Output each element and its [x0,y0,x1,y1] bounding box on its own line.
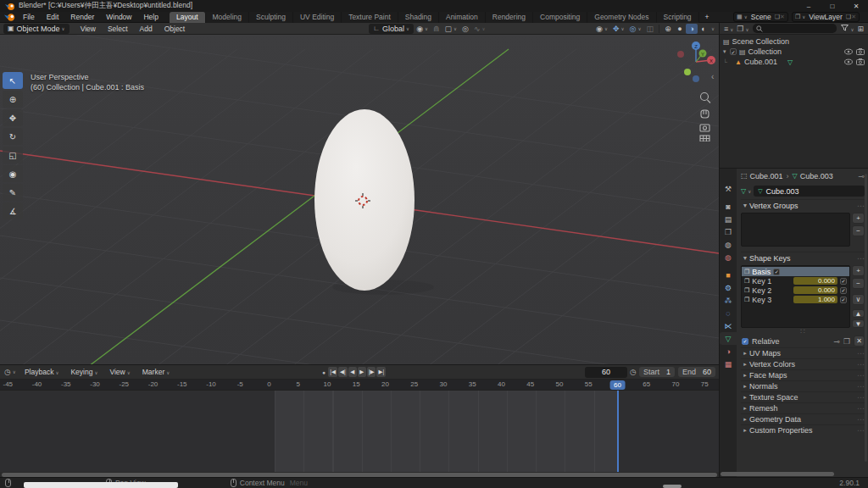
close-button[interactable]: ✕ [844,3,868,10]
zoom-view-icon[interactable] [701,93,711,103]
minimize-button[interactable]: – [797,3,821,10]
properties-tab[interactable]: ■ [720,269,737,281]
maximize-button[interactable]: □ [821,3,844,10]
panel-menu-dots[interactable]: ⋯ [857,393,865,402]
properties-tab[interactable]: ◙ [720,200,737,213]
hide-eye-icon[interactable] [844,58,853,65]
panel-menu-dots[interactable]: ⋯ [857,371,865,380]
shape-key-row[interactable]: ❐ Key 3 1.000 [742,295,849,304]
viewport-menu-item[interactable]: View [75,25,102,33]
transport-button[interactable]: ◀| [338,367,348,377]
collapsed-panel-header[interactable]: ▸ Vertex Colors ⋯ [741,358,865,369]
add-shape-key-button[interactable]: + [852,265,865,276]
funnel-filter-icon[interactable]: ∨ [841,25,854,33]
tool-button[interactable]: ✥ [3,109,23,126]
vertex-groups-list[interactable] [741,213,850,247]
workspace-tab[interactable]: Geometry Nodes [587,12,656,23]
shape-key-edit-mode-icon[interactable]: ⊸ [833,337,840,346]
disable-render-camera-icon[interactable] [856,58,865,65]
panel-menu-dots[interactable]: ⋯ [857,382,865,391]
panel-menu-dots[interactable]: ⋯ [857,404,865,413]
workspace-tab[interactable]: Rendering [486,12,533,23]
timeline-menu-item[interactable]: Keying∨ [64,368,103,376]
new-collection-icon[interactable]: ⊞ [857,25,864,33]
outliner-scene-collection-row[interactable]: ▤ Scene Collection [720,36,868,47]
tool-button[interactable]: ↖ [3,72,23,89]
workspace-tab[interactable]: Shading [398,12,439,23]
shading-solid-icon[interactable]: ● [674,24,686,34]
snap-magnet-icon[interactable]: ⋒ [433,25,440,33]
move-shape-key-up-button[interactable]: ▲ [852,309,865,318]
properties-tab[interactable]: ⚙ [720,281,737,294]
shape-key-enable-checkbox[interactable] [840,278,847,285]
outliner-display-mode-icon[interactable]: ≡∨ [724,25,733,33]
collection-checkbox[interactable] [730,48,737,55]
egg-mesh-object[interactable] [314,109,415,291]
disable-render-camera-icon[interactable] [856,48,865,55]
tool-button[interactable]: ◱ [3,147,23,164]
show-overlays-icon[interactable]: ◎∨ [630,25,642,33]
properties-tab[interactable]: ◍ [720,251,737,263]
current-frame-field[interactable]: 60 [585,367,627,378]
properties-tab[interactable]: ▽ [720,332,737,345]
editor-type-clock-icon[interactable]: ◷∨ [4,368,16,376]
timeline-menu-item[interactable]: View∨ [103,368,136,376]
scene-selector[interactable]: ▦∨ Scene ❏ ✕ [733,12,788,22]
gizmo-neg-y-axis[interactable] [684,69,691,75]
properties-tab[interactable]: ❐ [720,225,737,238]
workspace-tab[interactable]: UV Editing [293,12,342,23]
outliner-search-input[interactable] [753,24,837,33]
view-layer-selector[interactable]: ❐∨ ViewLayer ❏ ✕ [792,12,860,22]
shape-key-value-slider[interactable]: 0.000 [793,286,837,294]
breadcrumb-data[interactable]: Cube.003 [800,172,833,180]
add-workspace-button[interactable]: + [699,13,715,21]
remove-vertex-group-button[interactable]: − [852,225,865,236]
record-button[interactable]: ● [320,367,328,377]
menu-item[interactable]: Help [137,13,164,21]
collapsed-panel-header[interactable]: ▸ UV Maps ⋯ [741,347,865,358]
shape-key-enable-checkbox[interactable] [773,269,780,275]
delete-view-layer-icon[interactable]: ✕ [851,14,856,20]
timeline-track-area[interactable] [0,391,719,472]
tool-button[interactable]: ⊕ [3,91,23,108]
mode-selector[interactable]: ▣ Object Mode ∨ [3,24,70,34]
panel-menu-dots[interactable]: ⋯ [857,426,865,435]
viewport-menu-item[interactable]: Select [102,25,134,33]
viewport-3d[interactable]: User Perspective (60) Collection | Cube.… [0,35,719,364]
tool-button[interactable]: ↻ [3,128,23,145]
frame-end-field[interactable]: End 60 [678,367,715,377]
pivot-point-icon[interactable]: ◉∨ [416,25,428,33]
workspace-tab[interactable]: Sculpting [249,12,293,23]
panel-menu-dots[interactable]: ⋯ [857,360,865,369]
object-visibility-icon[interactable]: ◉∨ [596,25,608,33]
transport-button[interactable]: ▶ [358,367,366,377]
viewport-menu-item[interactable]: Object [159,25,192,33]
gizmo-neg-z-axis[interactable] [693,75,699,82]
timeline-ruler[interactable]: -45-40-35-30-25-20-15-10-505101520253035… [0,380,719,391]
shape-keys-panel-header[interactable]: ▼ Shape Keys ⋯ [741,252,865,263]
navigation-gizmo[interactable]: Z Y X [666,38,719,141]
show-gizmo-icon[interactable]: ✥∨ [613,25,625,33]
properties-tab[interactable]: ◌ [720,307,737,319]
frame-start-field[interactable]: Start 1 [639,367,675,377]
tool-button[interactable]: ∡ [3,202,23,219]
move-shape-key-down-button[interactable]: ▼ [852,319,865,328]
timeline-menu-item[interactable]: Playback∨ [19,368,65,376]
tool-button[interactable]: ◉ [3,165,23,182]
shading-wireframe-icon[interactable]: ⊕ [662,24,674,34]
transport-button[interactable]: ▶| [376,367,386,377]
blender-menu-icon[interactable] [4,13,17,22]
workspace-tab[interactable]: Animation [439,12,486,23]
workspace-tab[interactable]: Layout [170,12,206,23]
properties-tab[interactable]: ▦ [720,358,737,370]
relative-checkbox[interactable] [742,338,748,345]
collapsed-panel-header[interactable]: ▸ Custom Properties ⋯ [741,424,865,435]
outliner-object-row[interactable]: └ ▲ Cube.001 ▽ [720,57,868,67]
shape-key-row[interactable]: ❐ Basis [742,267,849,276]
properties-tab[interactable]: ◑ [720,345,737,358]
outliner-collection-row[interactable]: ▾ ▤ Collection [720,47,868,57]
mesh-name-field[interactable]: ▽ Cube.003 [754,186,865,197]
timeline-playhead[interactable] [617,391,619,472]
workspace-tab[interactable]: Compositing [533,12,587,23]
workspace-tab[interactable]: Texture Paint [342,12,398,23]
